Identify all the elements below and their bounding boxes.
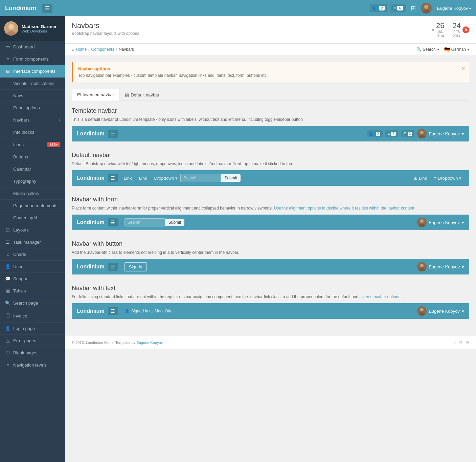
- search-button[interactable]: 🔍 Search ▾: [416, 47, 439, 52]
- sidebar-item-typography[interactable]: Typography: [0, 175, 65, 188]
- link3-icon: ⊞: [414, 176, 417, 181]
- tab-inversed-navbar[interactable]: ⊞ Inversed navbar: [72, 89, 119, 101]
- sidebar-item-form-components[interactable]: ≡Form components: [0, 53, 65, 65]
- demo-link2[interactable]: Link: [136, 176, 150, 181]
- sidebar-item-tables[interactable]: ▦Tables: [0, 285, 65, 297]
- demo-search-input[interactable]: [180, 174, 221, 182]
- user-icon: 👤: [5, 264, 10, 269]
- header-users-badge[interactable]: 👥 2: [370, 4, 387, 12]
- header-menu-icon[interactable]: ☰: [42, 4, 52, 13]
- demo-toggle3[interactable]: ☰: [108, 218, 118, 226]
- demo-button-caret: ▾: [462, 264, 464, 269]
- sidebar-item-buttons[interactable]: Buttons: [0, 151, 65, 163]
- demo-dropdown1[interactable]: Dropdown ▾: [151, 176, 180, 181]
- settings-icon[interactable]: ⚙: [459, 340, 462, 345]
- breadcrumb-home[interactable]: Home: [76, 47, 87, 52]
- section-default-desc: Default Bootstrap navbar with left/right…: [72, 161, 469, 166]
- sidebar-label: Navigation levels: [13, 362, 46, 368]
- demo-link3[interactable]: ⊞ Link: [411, 176, 429, 181]
- sidebar-item-interface-components[interactable]: ⊞Interface components: [0, 65, 65, 78]
- demo-toggle[interactable]: ☰: [108, 130, 118, 138]
- sidebar-item-content-grid[interactable]: Content grid: [0, 212, 65, 224]
- users-count: 2: [379, 6, 385, 10]
- demo-caret: ▾: [462, 131, 464, 136]
- search-caret: ▾: [437, 47, 439, 52]
- sidebar-nav: ▭Dashboard ≡Form components ⊞Interface c…: [0, 41, 65, 462]
- alert-close-button[interactable]: ×: [462, 66, 465, 72]
- demo-grid-badge[interactable]: ⊞ 3: [401, 130, 415, 137]
- sidebar-item-navbars[interactable]: Navbars ›: [0, 114, 65, 126]
- dashboard-icon: ▭: [5, 44, 10, 49]
- demo-users-badge[interactable]: 👥 2: [367, 130, 383, 137]
- sidebar-item-user[interactable]: 👤User: [0, 261, 65, 273]
- demo-button-user-wrap[interactable]: Eugene Kopyov ▾: [417, 262, 464, 271]
- sidebar-item-navigation-levels[interactable]: ≡Navigation levels: [0, 359, 65, 371]
- sidebar-username: Madison Gartner: [22, 24, 56, 29]
- sidebar-item-charts[interactable]: ⊿Charts: [0, 248, 65, 261]
- sidebar-user: Madison Gartner Web Developer: [0, 16, 65, 41]
- demo-form-submit-btn[interactable]: Submit: [165, 219, 184, 226]
- sidebar-item-info-blocks[interactable]: Info blocks: [0, 126, 65, 138]
- demo-tasks-badge[interactable]: ≡ 2: [385, 130, 398, 137]
- demo-toggle4[interactable]: ☰: [108, 263, 118, 271]
- language-button[interactable]: 🇩🇪 German ▾: [444, 47, 469, 52]
- sidebar-item-navs[interactable]: Navs: [0, 90, 65, 102]
- footer-author-link[interactable]: Eugene Kopyov: [136, 340, 163, 345]
- sidebar-item-support[interactable]: 💬Support: [0, 273, 65, 285]
- sidebar: Madison Gartner Web Developer ▭Dashboard…: [0, 16, 65, 462]
- sidebar-item-media-gallery[interactable]: Media gallery: [0, 188, 65, 200]
- demo-form-navbar: Londinium ☰ Submit Eugene Kopyov ▾: [72, 215, 469, 230]
- demo-username: Eugene Kopyov: [429, 131, 460, 136]
- tab-default-navbar[interactable]: ▤ Default navbar: [119, 89, 165, 101]
- breadcrumb-current: Navbars: [119, 47, 134, 52]
- dropdown2-icon: ≡: [434, 176, 437, 181]
- sidebar-item-panel-options[interactable]: Panel options: [0, 102, 65, 114]
- sign-in-button[interactable]: Sign in: [124, 262, 147, 271]
- gear-icon[interactable]: ⚙: [466, 340, 469, 345]
- user-avatar: [421, 3, 432, 14]
- sidebar-label: Typography: [13, 179, 36, 184]
- date-end: 24 FEB 2014: [453, 21, 461, 38]
- sidebar-item-invoice[interactable]: ⓘInvoice: [0, 309, 65, 323]
- section-navbar-text: Navbar with text For folks using standar…: [72, 285, 469, 319]
- header-tasks-badge[interactable]: ≡ 6: [391, 4, 405, 12]
- sidebar-item-page-header[interactable]: Page header elements: [0, 200, 65, 212]
- demo-form-search-input[interactable]: [124, 218, 165, 226]
- demo-toggle2[interactable]: ☰: [108, 174, 118, 182]
- sidebar-item-search-page[interactable]: 🔍Search page: [0, 297, 65, 309]
- language-caret: ▾: [467, 47, 469, 52]
- breadcrumb-sep2: /: [116, 47, 117, 52]
- sidebar-item-error-pages[interactable]: △Error pages: [0, 335, 65, 347]
- sidebar-label: Calendar: [13, 167, 31, 172]
- demo-link1[interactable]: Link: [121, 176, 135, 181]
- sidebar-item-task-manager[interactable]: ☰Task manager: [0, 236, 65, 248]
- demo-form-user-wrap[interactable]: Eugene Kopyov ▾: [417, 218, 464, 227]
- users-icon: 👥: [373, 6, 378, 10]
- section-default-title: Default navbar: [72, 152, 469, 159]
- sidebar-item-login[interactable]: 👤Login page: [0, 323, 65, 335]
- demo-toggle5[interactable]: ☰: [108, 307, 118, 315]
- main-content: Navbar options Top navigation bar exampl…: [65, 55, 476, 336]
- demo-submit-btn[interactable]: Submit: [221, 174, 240, 182]
- page-title: Navbars: [72, 21, 139, 30]
- tab-inversed-label: Inversed navbar: [83, 92, 114, 97]
- error-icon: △: [5, 338, 10, 343]
- demo-dropdown2[interactable]: ≡ Dropdown ▾: [431, 176, 464, 181]
- dropdown1-caret: ▾: [175, 176, 178, 181]
- sidebar-item-visuals[interactable]: Visuals - notifications: [0, 78, 65, 90]
- tasks-icon: ≡: [393, 6, 396, 10]
- grid-icon[interactable]: ⊞: [409, 4, 417, 12]
- monitor-icon[interactable]: ▭: [452, 340, 456, 345]
- sidebar-label: Visuals - notifications: [13, 81, 54, 86]
- header-username[interactable]: Eugene Kopyov ▾: [437, 6, 471, 11]
- sidebar-item-layouts[interactable]: ☐Layouts: [0, 224, 65, 236]
- demo-user-wrap[interactable]: Eugene Kopyov ▾: [417, 129, 464, 138]
- sidebar-item-calendar[interactable]: Calendar: [0, 163, 65, 175]
- sidebar-item-blank-pages[interactable]: ☐Blank pages: [0, 347, 65, 359]
- demo-text-user-wrap[interactable]: Eugene Kopyov ▾: [417, 306, 464, 316]
- sidebar-item-dashboard[interactable]: ▭Dashboard: [0, 41, 65, 53]
- demo-text-caret: ▾: [462, 309, 464, 314]
- breadcrumb-components[interactable]: Components: [91, 47, 114, 52]
- section-form-title: Navbar with form: [72, 196, 469, 203]
- sidebar-item-icons[interactable]: Icons 850+: [0, 138, 65, 151]
